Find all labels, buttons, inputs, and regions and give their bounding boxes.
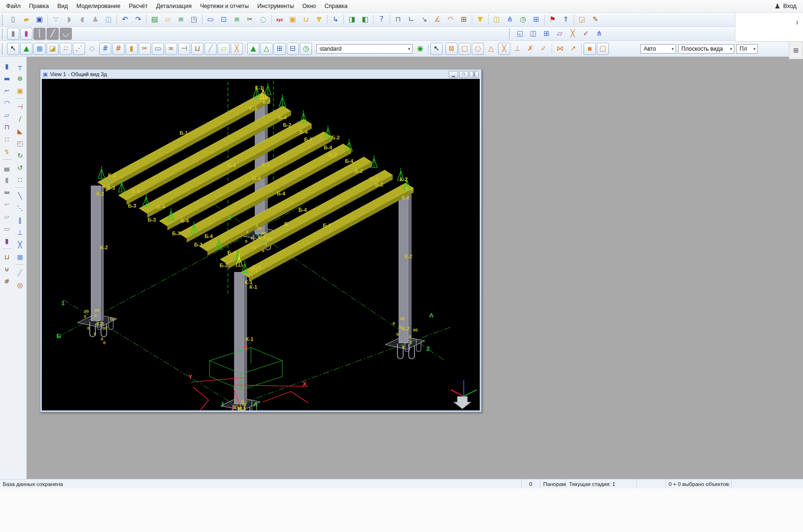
construction-dashed-line[interactable]: ⋱ — [15, 202, 25, 213]
snap-view[interactable]: ▭ — [152, 43, 164, 55]
task-manager[interactable]: ◷ — [517, 14, 529, 26]
view-window-titlebar[interactable]: ▣ View 1 - Общий вид 3д ▁□╳ — [40, 69, 481, 79]
share-model[interactable]: ∵ — [50, 14, 62, 26]
tile-all-windows[interactable]: ⊞ — [540, 28, 553, 40]
save-model[interactable]: ▣ — [33, 14, 46, 26]
snap-cross-section[interactable]: ╳ — [231, 43, 243, 55]
create-gold-line[interactable]: ▮ — [125, 43, 138, 55]
view-client-area[interactable]: К-1К-2К-1Б-1Б-4Б-2Б-4Б-2Б-2Б-4Б-2Б-4Б-2Б… — [42, 79, 480, 410]
model-cube[interactable]: ◫ — [102, 14, 115, 26]
add-pin-note[interactable]: ▼ — [474, 14, 486, 26]
menu-чертежи-и-отчеты[interactable]: Чертежи и отчеты — [196, 0, 253, 12]
grid-shift-up[interactable]: ⊟ — [287, 43, 299, 55]
component-catalog[interactable]: ┬ — [15, 61, 25, 71]
pick-work-plane[interactable]: ╳ — [567, 28, 579, 40]
open-model[interactable]: ▰ — [20, 14, 32, 26]
create-view-area[interactable]: ▣ — [287, 14, 299, 26]
area-select[interactable]: ◌ — [257, 14, 269, 26]
concrete-footing[interactable]: ▄ — [1, 162, 12, 173]
steel-curved-beam[interactable]: ◠ — [1, 97, 12, 108]
toolbar-handle[interactable] — [2, 29, 5, 39]
menu-инструменты[interactable]: Инструменты — [253, 0, 298, 12]
snap-part-end[interactable]: ⊣ — [178, 43, 190, 55]
cut-line-tool[interactable]: ∕ — [15, 113, 25, 124]
concrete-panel[interactable]: ▭ — [1, 223, 12, 234]
undo[interactable]: ↶ — [119, 14, 131, 26]
construction-cross[interactable]: ╳ — [15, 239, 25, 250]
dropdown-arrow-icon[interactable]: ▾ — [751, 46, 757, 51]
grid-edit[interactable]: # — [112, 43, 125, 55]
view-plane-combobox[interactable]: Плоскость вида▾ — [678, 44, 734, 54]
rotate-component-2[interactable]: ↺ — [15, 162, 25, 173]
construction-line[interactable]: ╲ — [15, 190, 25, 201]
menu-расч-т[interactable]: Расчёт — [125, 0, 152, 12]
copy[interactable]: ▤ — [148, 14, 161, 26]
comment-view[interactable]: ◖ — [76, 14, 88, 26]
point-xyz[interactable]: xyz — [273, 14, 286, 26]
collaboration-users[interactable]: ♟ — [89, 14, 101, 26]
snap-center[interactable]: ○ — [472, 43, 484, 55]
lotting-flag[interactable]: ⚑ — [546, 14, 559, 26]
login-area[interactable]: ♟ Вход — [774, 3, 803, 9]
fitting-tool[interactable]: ⊣ — [15, 101, 25, 112]
toolbar-handle[interactable] — [509, 29, 512, 39]
organizer-tree[interactable]: ⋔ — [504, 14, 516, 26]
concrete-item[interactable]: ▮ — [1, 235, 12, 246]
copy-special[interactable]: ◨ — [346, 14, 358, 26]
construction-plane[interactable]: ■ — [15, 251, 25, 262]
macro-gear[interactable]: ⊛ — [15, 73, 25, 84]
smart-select[interactable]: ↖ — [7, 43, 19, 55]
snap-bolt-group[interactable]: ≍ — [165, 43, 177, 55]
numbering-check[interactable]: ✓ — [580, 28, 592, 40]
dropdown-arrow-icon[interactable]: ▾ — [406, 46, 412, 51]
snap-tracking[interactable]: ↗ — [567, 43, 579, 55]
copy-properties[interactable]: ≡ — [175, 14, 187, 26]
temporary-plane[interactable]: ◷ — [300, 43, 312, 55]
inquire-object[interactable]: ? — [375, 14, 388, 26]
view-list[interactable]: ≡ — [231, 14, 243, 26]
trim-tool[interactable]: ✂ — [139, 43, 151, 55]
work-plane-handler[interactable]: ▱ — [554, 28, 566, 40]
snap-perpendicular[interactable]: ⊥ — [511, 43, 523, 55]
concrete-beam[interactable]: ▬ — [1, 186, 12, 197]
construction-parallel[interactable]: ∥ — [15, 215, 25, 225]
steel-item[interactable]: ⊓ — [1, 122, 12, 132]
view-window[interactable]: ▣ View 1 - Общий вид 3д ▁□╳ К-1К-2К-1Б-1… — [40, 69, 482, 412]
export-part[interactable]: ↳ — [329, 14, 342, 26]
toolbar-handle[interactable] — [2, 15, 5, 25]
menu-файл[interactable]: Файл — [2, 0, 25, 12]
measure-bolt-spacing[interactable]: ⊞ — [458, 14, 470, 26]
snap-to-points[interactable]: ▲ — [20, 43, 32, 55]
line-tool-vertical[interactable]: │ — [33, 28, 46, 40]
snap-midpoint[interactable]: △ — [485, 43, 497, 55]
column-tool-gray[interactable]: ▮ — [7, 28, 19, 40]
drag-handles-toggle[interactable]: ▢ — [597, 43, 609, 55]
menu-справка[interactable]: Справка — [320, 0, 352, 12]
menu-окно[interactable]: Окно — [298, 0, 320, 12]
snap-free[interactable]: ◇ — [86, 43, 98, 55]
select-switch[interactable]: ↖ — [430, 43, 443, 55]
add-toolbar-icon[interactable]: ⊞ — [793, 46, 799, 54]
snap-bowtie[interactable]: ⋈ — [554, 43, 566, 55]
cascade-windows[interactable]: ◱ — [514, 28, 526, 40]
snap-endpoint[interactable]: □ — [459, 43, 471, 55]
column-tool-magenta[interactable]: ▮ — [20, 28, 32, 40]
steel-bolts[interactable]: ∷ — [1, 134, 12, 145]
snap-extension[interactable]: ✗ — [524, 43, 537, 55]
copy-drawing[interactable]: ▱ — [162, 14, 174, 26]
model-browser-tree[interactable]: ⋔ — [593, 28, 605, 40]
snap-closest[interactable]: ✓ — [538, 43, 550, 55]
menu-правка[interactable]: Правка — [25, 0, 53, 12]
snap-intersection[interactable]: ╳ — [498, 43, 510, 55]
menu-вид[interactable]: Вид — [53, 0, 72, 12]
rotate-component[interactable]: ↻ — [15, 150, 25, 161]
view-filter[interactable]: ▼ — [313, 14, 325, 26]
menu-моделирование[interactable]: Моделирование — [72, 0, 125, 12]
steel-plate[interactable]: ▱ — [1, 109, 12, 120]
plate-component[interactable]: ▣ — [15, 85, 25, 96]
expand-chevron-icon[interactable]: › — [796, 16, 798, 26]
snap-profile-combobox[interactable]: standard▾ — [316, 44, 413, 54]
concrete-polybeam[interactable]: ⌐ — [1, 199, 12, 209]
dropdown-arrow-icon[interactable]: ▾ — [728, 46, 734, 51]
measure-horizontal[interactable]: ⊓ — [392, 14, 404, 26]
